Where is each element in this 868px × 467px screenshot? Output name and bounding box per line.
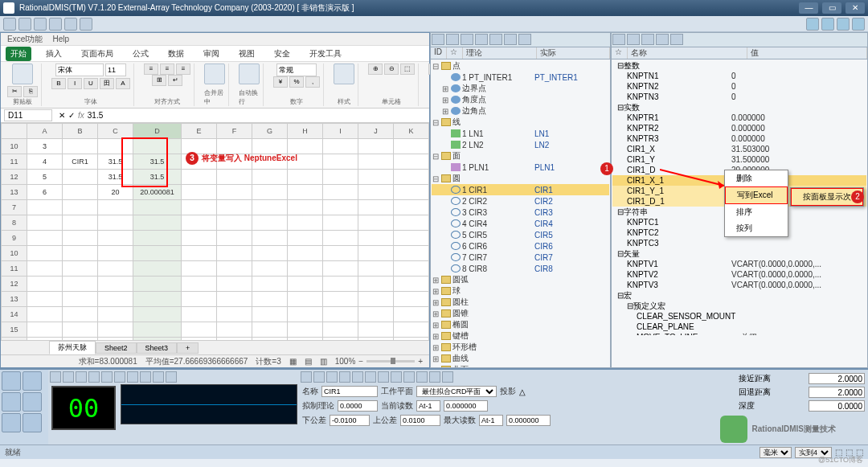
tree-row[interactable]: KNPTR30.000000 (612, 133, 866, 144)
tree-row[interactable]: ⊞圆弧 (432, 274, 609, 285)
tree-row[interactable]: KNPTN20 (612, 81, 866, 92)
close-button[interactable]: ✕ (845, 2, 865, 14)
toolbar-icon[interactable] (821, 18, 834, 31)
view-normal-icon[interactable]: ▦ (289, 357, 297, 366)
tree-row[interactable]: CLEAR_PLANE (612, 322, 866, 332)
tool-icon[interactable] (23, 371, 42, 391)
cancel-fx-icon[interactable]: ✕ (59, 111, 65, 120)
comma-icon[interactable]: , (305, 76, 320, 88)
bt-icon[interactable] (88, 371, 100, 383)
tree-row[interactable]: 1 PLN1PLN1 (432, 162, 609, 173)
copy-icon[interactable]: ⎘ (23, 86, 38, 97)
view-break-icon[interactable]: ▥ (320, 357, 327, 366)
tree-row[interactable]: ⊞曲面 (432, 364, 609, 367)
tree-row[interactable]: 2 LN2LN2 (432, 139, 609, 150)
nomrad-input[interactable] (338, 400, 378, 412)
font-select[interactable] (55, 63, 104, 76)
panel-btn[interactable] (475, 34, 488, 45)
tree-row[interactable]: KNPTN10 (612, 71, 866, 81)
bt-icon[interactable] (365, 371, 376, 383)
tree-row[interactable]: 7 CIR7CIR7 (432, 252, 609, 263)
italic-button[interactable]: I (68, 78, 82, 89)
bt-icon[interactable] (63, 371, 74, 383)
tab-layout[interactable]: 页面布局 (76, 47, 118, 61)
tree-row[interactable]: 1 LN1LN1 (432, 128, 609, 139)
tree-row[interactable]: ⊟整数 (612, 60, 866, 71)
bt-icon[interactable] (429, 371, 440, 383)
proj-icon[interactable]: △ (519, 387, 526, 396)
units-select[interactable]: 毫米 (760, 447, 792, 458)
tree-row[interactable]: ⊟点 (432, 60, 609, 72)
tree-row[interactable]: KNPTR10.000000 (612, 113, 866, 123)
tab-safe[interactable]: 安全 (269, 47, 295, 61)
sheet-tab-1[interactable]: 苏州天脉 (49, 341, 96, 354)
maxr-val[interactable] (506, 415, 551, 426)
bt-icon[interactable] (166, 371, 177, 383)
size-select[interactable] (105, 63, 126, 76)
feature-tree[interactable]: ⊟点1 PT_INTER1PT_INTER1⊞边界点⊞角度点⊞边角点⊟线1 LN… (431, 59, 610, 367)
spreadsheet-grid[interactable]: ABCDEFGHIJK103114CIR131.531.512531.531.5… (1, 123, 429, 340)
merge-center-icon[interactable] (204, 63, 225, 84)
formula-input[interactable] (88, 111, 426, 120)
toolbar-icon[interactable] (34, 18, 47, 31)
bt-icon[interactable] (101, 371, 113, 383)
tool-icon[interactable] (23, 413, 42, 432)
tree-row[interactable]: ⊞圆锥 (432, 308, 609, 319)
wrap-icon[interactable] (239, 63, 260, 84)
retract-input[interactable] (809, 387, 865, 398)
maximize-button[interactable]: ▭ (822, 2, 841, 14)
toolbar-icon[interactable] (64, 18, 77, 31)
menu-help[interactable]: Help (52, 35, 69, 43)
tree-row[interactable]: ⊟面 (432, 150, 609, 162)
cut-icon[interactable]: ✂ (7, 86, 22, 97)
panel-btn[interactable] (612, 34, 625, 45)
panel-btn[interactable] (504, 34, 517, 45)
accept-fx-icon[interactable]: ✓ (68, 111, 75, 120)
curr-val[interactable] (444, 400, 488, 412)
tree-row[interactable]: KNPTC3 (612, 238, 866, 248)
bt-icon[interactable] (76, 371, 87, 383)
delete-cell-icon[interactable]: ⊖ (384, 63, 399, 75)
panel-btn[interactable] (670, 34, 683, 45)
fill-button[interactable]: A (116, 78, 130, 89)
tab-review[interactable]: 审阅 (199, 47, 224, 61)
tool-icon[interactable] (2, 413, 21, 432)
bold-button[interactable]: B (51, 78, 66, 89)
merge-button[interactable]: ⊞ (152, 75, 166, 86)
sheet-add[interactable]: + (177, 342, 199, 354)
bt-icon[interactable] (416, 371, 428, 383)
tree-row[interactable]: KNPTN30 (612, 92, 866, 102)
tab-view[interactable]: 视图 (234, 47, 260, 61)
tree-row[interactable]: ⊟预定义宏 (612, 301, 866, 311)
toolbar-icon[interactable] (852, 18, 865, 31)
tree-row[interactable]: ⊞键槽 (432, 330, 609, 342)
toolbar-icon[interactable] (3, 18, 16, 31)
tree-row[interactable]: ⊟宏 (612, 290, 866, 301)
wrap-button[interactable]: ↵ (168, 75, 182, 86)
panel-btn[interactable] (461, 34, 473, 45)
format-cell-icon[interactable]: ⬚ (400, 63, 415, 75)
tree-row[interactable]: ⊟圆 (432, 173, 609, 184)
panel-btn[interactable] (627, 34, 640, 45)
view-layout-icon[interactable]: ▤ (305, 357, 312, 366)
ctx-sort[interactable]: 排序 (725, 204, 788, 220)
tree-row[interactable]: 2 CIR2CIR2 (432, 195, 609, 207)
tree-row[interactable]: KNPTV2VCART(0.0000,0.0000,... (612, 269, 866, 280)
bt-icon[interactable] (391, 371, 402, 383)
tree-row[interactable]: 8 CIR8CIR8 (432, 263, 609, 274)
panel-btn[interactable] (432, 34, 444, 45)
panel-btn[interactable] (656, 34, 669, 45)
percent-icon[interactable]: % (289, 76, 304, 88)
bt-icon[interactable] (50, 371, 61, 383)
tree-row[interactable]: CLEAR_SENSOR_MOUNT (612, 311, 866, 322)
bt-icon[interactable] (153, 371, 164, 383)
tree-row[interactable]: ⊞环形槽 (432, 342, 609, 353)
tree-row[interactable]: ⊞角度点 (432, 94, 609, 105)
bt-icon[interactable] (403, 371, 415, 383)
panel-btn[interactable] (518, 34, 531, 45)
maxr-at[interactable] (479, 415, 503, 426)
style-icon[interactable] (334, 63, 354, 84)
border-button[interactable]: 田 (100, 78, 114, 89)
toolbar-icon[interactable] (49, 18, 62, 31)
panel-btn[interactable] (446, 34, 459, 45)
